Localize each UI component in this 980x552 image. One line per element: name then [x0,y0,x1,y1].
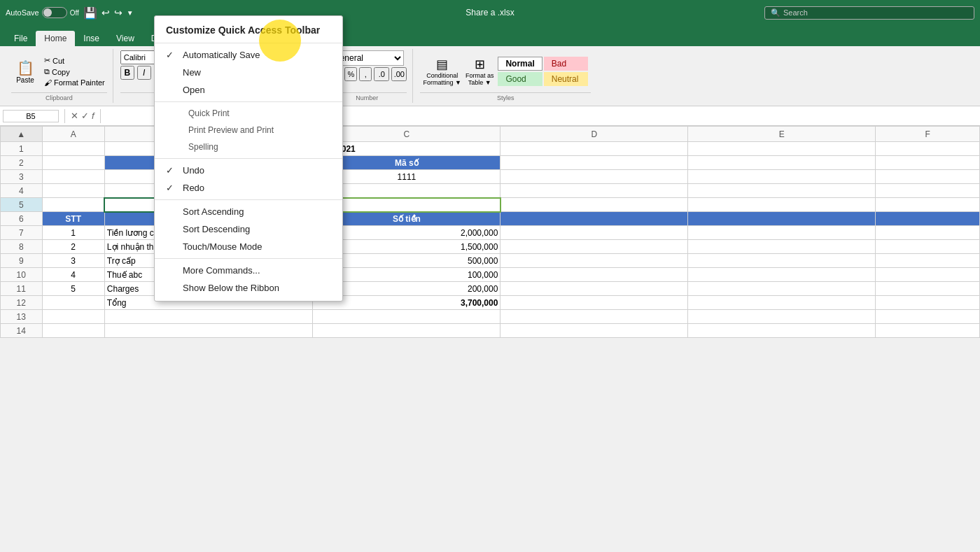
cell-f3[interactable] [876,170,980,184]
cell-f7[interactable] [876,226,980,240]
cell-a3[interactable] [42,170,104,184]
style-bad[interactable]: Bad [544,57,588,71]
cell-d2[interactable] [500,156,688,170]
dropdown-item-showbelow[interactable]: Show Below the Ribbon [155,279,342,297]
cell-d1[interactable] [500,142,688,156]
cell-d3[interactable] [500,170,688,184]
cell-f8[interactable] [876,240,980,254]
cell-a4[interactable] [42,184,104,198]
format-painter-button[interactable]: 🖌 Format Painter [42,78,107,87]
dropdown-item-quickprint[interactable]: Quick Print [155,105,342,122]
cell-a7[interactable]: 1 [42,226,104,240]
dropdown-item-morecommands[interactable]: More Commands... [155,262,342,279]
italic-button[interactable]: I [137,66,151,80]
cell-e3[interactable] [688,170,876,184]
cell-f14[interactable] [876,324,980,338]
cell-c14[interactable] [313,324,500,338]
cell-d12[interactable] [500,296,688,310]
dropdown-arrow[interactable]: ▼ [127,9,134,17]
cell-a8[interactable]: 2 [42,240,104,254]
cancel-formula-icon[interactable]: ✕ [71,111,78,121]
cell-d4[interactable] [500,184,688,198]
cell-a10[interactable]: 4 [42,268,104,282]
cell-a11[interactable]: 5 [42,282,104,296]
cell-a1[interactable] [42,142,104,156]
cell-d13[interactable] [500,310,688,324]
dropdown-item-sortdesc[interactable]: Sort Descending [155,220,342,238]
cell-f2[interactable] [876,156,980,170]
confirm-formula-icon[interactable]: ✓ [81,111,89,121]
bold-button[interactable]: B [120,66,134,80]
dropdown-item-redo[interactable]: ✓ Redo [155,179,342,197]
percent-button[interactable]: % [344,67,357,81]
increase-decimal-button[interactable]: .00 [391,67,407,81]
style-good[interactable]: Good [498,72,542,86]
dropdown-item-sortasc[interactable]: Sort Ascending [155,203,342,220]
cell-e4[interactable] [688,184,876,198]
dropdown-item-autosave[interactable]: ✓ Automatically Save [155,46,342,64]
cell-e14[interactable] [688,324,876,338]
cell-a2[interactable] [42,156,104,170]
cell-f4[interactable] [876,184,980,198]
col-header-e[interactable]: E [688,127,876,142]
copy-button[interactable]: ⧉ Copy [42,66,107,77]
dropdown-item-printpreview[interactable]: Print Preview and Print [155,122,342,139]
col-header-a[interactable]: A [42,127,104,142]
cell-d7[interactable] [500,226,688,240]
cell-d11[interactable] [500,282,688,296]
cell-reference[interactable] [3,110,59,122]
cell-e10[interactable] [688,268,876,282]
cell-e12[interactable] [688,296,876,310]
format-as-table-button[interactable]: ⊞ Format asTable ▼ [465,57,494,86]
cell-e1[interactable] [688,142,876,156]
style-neutral[interactable]: Neutral [544,72,588,86]
cell-a13[interactable] [42,310,104,324]
cell-e2[interactable] [688,156,876,170]
dropdown-item-touchmouse[interactable]: Touch/Mouse Mode [155,238,342,255]
conditional-formatting-button[interactable]: ▤ ConditionalFormatting ▼ [423,57,461,86]
cell-f6[interactable] [876,212,980,226]
cell-c13[interactable] [313,310,500,324]
cell-f12[interactable] [876,296,980,310]
cell-b14[interactable] [104,324,313,338]
cell-f5[interactable] [876,198,980,212]
cell-e11[interactable] [688,282,876,296]
cell-e7[interactable] [688,226,876,240]
tab-insert[interactable]: Inse [75,31,108,46]
cell-d8[interactable] [500,240,688,254]
insert-function-icon[interactable]: f [92,111,94,121]
cell-a5[interactable] [42,198,104,212]
tab-home[interactable]: Home [36,31,75,46]
col-header-f[interactable]: F [876,127,980,142]
cell-e9[interactable] [688,254,876,268]
col-header-d[interactable]: D [500,127,688,142]
tab-file[interactable]: File [6,31,36,46]
undo-icon[interactable]: ↩ [102,7,110,18]
cell-f11[interactable] [876,282,980,296]
cell-e8[interactable] [688,240,876,254]
cell-d6[interactable] [500,212,688,226]
dropdown-item-open[interactable]: Open [155,81,342,99]
paste-button[interactable]: 📋 Paste [11,58,39,85]
style-normal[interactable]: Normal [498,57,542,71]
tab-view[interactable]: View [108,31,143,46]
redo-icon[interactable]: ↪ [114,7,122,18]
search-box[interactable]: 🔍 Search [764,6,974,20]
cell-f9[interactable] [876,254,980,268]
cell-f1[interactable] [876,142,980,156]
cell-a12[interactable] [42,296,104,310]
cell-d5[interactable] [500,198,688,212]
autosave-area[interactable]: AutoSave Off [6,7,79,18]
cell-a9[interactable]: 3 [42,254,104,268]
cell-e13[interactable] [688,310,876,324]
cell-a6[interactable]: STT [42,212,104,226]
cut-button[interactable]: ✂ Cut [42,55,107,66]
dropdown-item-undo[interactable]: ✓ Undo [155,162,342,179]
cell-b13[interactable] [104,310,313,324]
cell-d10[interactable] [500,268,688,282]
dropdown-item-spelling[interactable]: Spelling [155,139,342,155]
decrease-decimal-button[interactable]: .0 [374,67,389,81]
cell-f10[interactable] [876,268,980,282]
cell-f13[interactable] [876,310,980,324]
cell-d9[interactable] [500,254,688,268]
